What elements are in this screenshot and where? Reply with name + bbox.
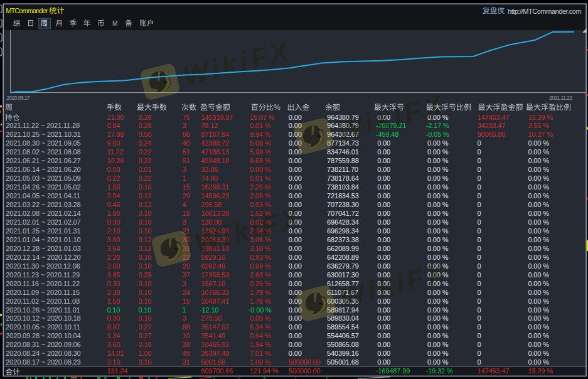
svg-text:M: M: [112, 20, 117, 27]
